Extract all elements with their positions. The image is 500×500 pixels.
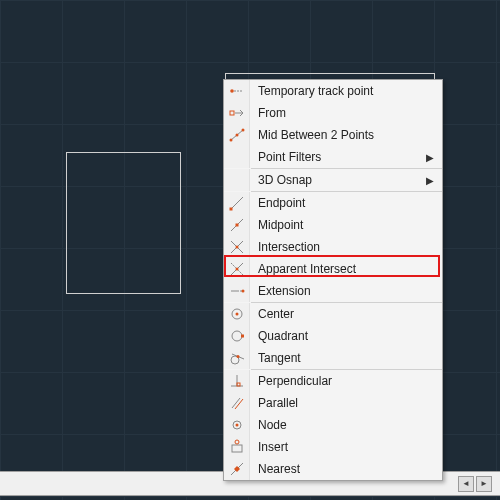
menu-item-insert[interactable]: Insert — [224, 436, 442, 458]
endpoint-icon — [224, 192, 250, 214]
menu-item-label: Perpendicular — [250, 374, 442, 388]
menu-item-label: Midpoint — [250, 218, 442, 232]
svg-point-36 — [235, 440, 239, 444]
menu-item-tangent[interactable]: Tangent — [224, 347, 442, 369]
drawing-rectangle-1 — [66, 152, 181, 294]
svg-rect-30 — [237, 383, 240, 386]
menu-item-temp-track[interactable]: Temporary track point — [224, 80, 442, 102]
menu-item-label: Node — [250, 418, 442, 432]
svg-point-14 — [235, 246, 238, 249]
menu-item-node[interactable]: Node — [224, 414, 442, 436]
menu-item-from[interactable]: From — [224, 102, 442, 124]
menu-item-label: Center — [250, 307, 442, 321]
menu-item-point-filters[interactable]: Point Filters▶ — [224, 146, 442, 168]
menu-item-mid-between[interactable]: Mid Between 2 Points — [224, 124, 442, 146]
menu-item-label: Parallel — [250, 396, 442, 410]
menu-item-label: Intersection — [250, 240, 442, 254]
menu-item-3d-osnap[interactable]: 3D Osnap▶ — [224, 169, 442, 191]
menu-item-midpoint[interactable]: Midpoint — [224, 214, 442, 236]
svg-rect-9 — [229, 208, 232, 211]
svg-line-31 — [232, 398, 240, 408]
menu-item-label: Insert — [250, 440, 442, 454]
menu-item-nearest[interactable]: Nearest — [224, 458, 442, 480]
svg-rect-11 — [235, 224, 238, 227]
blank-icon — [224, 169, 250, 191]
menu-item-label: Quadrant — [250, 329, 442, 343]
menu-item-label: Temporary track point — [250, 84, 442, 98]
svg-point-0 — [230, 89, 234, 93]
svg-point-5 — [229, 139, 232, 142]
menu-item-parallel[interactable]: Parallel — [224, 392, 442, 414]
parallel-icon — [224, 392, 250, 414]
menu-item-label: Tangent — [250, 351, 442, 365]
menu-item-endpoint[interactable]: Endpoint — [224, 192, 442, 214]
menu-item-label: Point Filters — [250, 150, 426, 164]
mid-between-icon — [224, 124, 250, 146]
svg-rect-2 — [230, 111, 234, 115]
menu-item-extension[interactable]: Extension — [224, 280, 442, 302]
svg-point-17 — [235, 268, 238, 271]
menu-item-label: Apparent Intersect — [250, 262, 442, 276]
svg-point-22 — [235, 313, 238, 316]
track-point-icon — [224, 80, 250, 102]
extension-icon — [224, 280, 250, 302]
scroll-left-button[interactable]: ◄ — [458, 476, 474, 492]
svg-point-23 — [232, 331, 242, 341]
center-icon — [224, 303, 250, 325]
menu-item-label: Mid Between 2 Points — [250, 128, 442, 142]
menu-item-quadrant[interactable]: Quadrant — [224, 325, 442, 347]
menu-item-label: 3D Osnap — [250, 173, 426, 187]
osnap-context-menu: Temporary track pointFromMid Between 2 P… — [223, 79, 443, 481]
svg-point-20 — [241, 290, 244, 293]
svg-line-8 — [231, 197, 243, 209]
menu-item-label: Endpoint — [250, 196, 442, 210]
perpendicular-icon — [224, 370, 250, 392]
menu-item-label: From — [250, 106, 442, 120]
node-icon — [224, 414, 250, 436]
scroll-right-button[interactable]: ► — [476, 476, 492, 492]
svg-rect-24 — [241, 335, 244, 338]
svg-point-27 — [236, 355, 239, 358]
svg-rect-35 — [232, 445, 242, 452]
tangent-icon — [224, 347, 250, 369]
intersection-icon — [224, 236, 250, 258]
menu-item-label: Nearest — [250, 462, 442, 476]
submenu-arrow-icon: ▶ — [426, 152, 442, 163]
midpoint-icon — [224, 214, 250, 236]
insert-icon — [224, 436, 250, 458]
quadrant-icon — [224, 325, 250, 347]
menu-item-center[interactable]: Center — [224, 303, 442, 325]
apparent-icon — [224, 258, 250, 280]
svg-line-32 — [235, 399, 243, 409]
svg-point-7 — [235, 134, 238, 137]
submenu-arrow-icon: ▶ — [426, 175, 442, 186]
nearest-icon — [224, 458, 250, 480]
menu-item-perpendicular[interactable]: Perpendicular — [224, 370, 442, 392]
blank-icon — [224, 146, 250, 168]
svg-point-6 — [241, 129, 244, 132]
menu-item-apparent-intersect[interactable]: Apparent Intersect — [224, 258, 442, 280]
svg-point-34 — [235, 424, 238, 427]
menu-item-label: Extension — [250, 284, 442, 298]
menu-item-intersection[interactable]: Intersection — [224, 236, 442, 258]
from-icon — [224, 102, 250, 124]
